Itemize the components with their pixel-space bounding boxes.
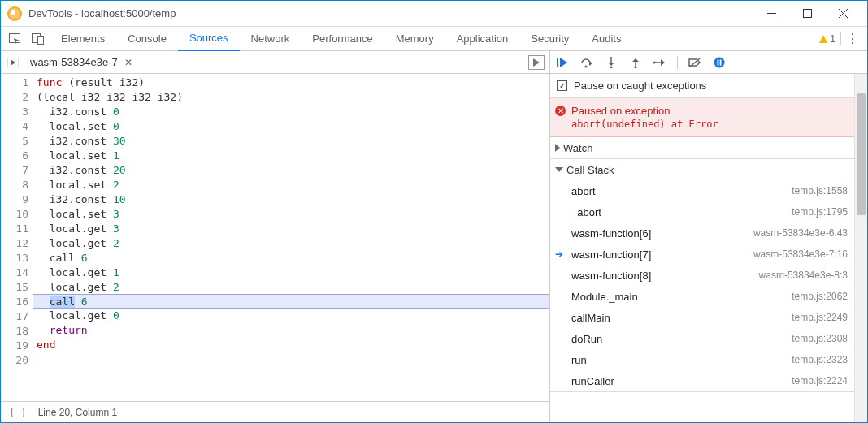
callstack-item[interactable]: doRuntemp.js:2308 <box>550 328 854 349</box>
callstack-item[interactable]: aborttemp.js:1558 <box>550 180 854 201</box>
svg-marker-21 <box>661 59 665 66</box>
stack-fn: _abort <box>571 206 792 218</box>
code-line[interactable]: call 6 <box>33 294 549 309</box>
svg-rect-4 <box>10 33 20 42</box>
tab-sources[interactable]: Sources <box>178 27 240 51</box>
tab-network[interactable]: Network <box>240 27 302 51</box>
svg-marker-12 <box>589 61 592 66</box>
tab-application[interactable]: Application <box>445 27 520 51</box>
code-editor[interactable]: 1234567891011121314151617181920 func (re… <box>1 74 549 401</box>
callstack-item[interactable]: wasm-function[6]wasm-53834e3e-6:43 <box>550 222 854 244</box>
debugger-toolbar <box>550 51 867 74</box>
code-line[interactable]: local.get 2 <box>33 280 549 295</box>
pause-exceptions-row: ✓ Pause on caught exceptions <box>550 74 854 98</box>
stack-location: temp.js:2308 <box>792 333 848 344</box>
panel-tabs: ElementsConsoleSourcesNetworkPerformance… <box>1 27 867 51</box>
tab-performance[interactable]: Performance <box>301 27 384 51</box>
more-tabs-icon[interactable] <box>528 55 545 70</box>
code-line[interactable]: i32.const 10 <box>33 192 549 207</box>
code-line[interactable]: return <box>33 323 549 338</box>
code-line[interactable]: (local i32 i32 i32 i32) <box>33 90 549 105</box>
window-title: DevTools - localhost:5000/temp <box>28 7 753 19</box>
code-line[interactable]: i32.const 0 <box>33 105 549 119</box>
callstack-item[interactable]: runCallertemp.js:2224 <box>550 370 854 391</box>
main-layout: wasm-53834e3e-7 ✕ 1234567891011121314151… <box>1 51 867 422</box>
watch-header[interactable]: Watch <box>550 137 854 158</box>
scrollbar[interactable] <box>854 74 867 422</box>
code-line[interactable]: local.set 3 <box>33 207 549 222</box>
code-line[interactable]: call 6 <box>33 251 549 265</box>
stack-fn: runCaller <box>571 375 792 387</box>
resume-button[interactable] <box>555 55 570 70</box>
inspect-icon[interactable] <box>9 33 22 45</box>
stack-fn: doRun <box>571 333 792 345</box>
show-navigator-icon[interactable] <box>4 54 22 71</box>
callstack-header[interactable]: Call Stack <box>550 159 854 180</box>
code-line[interactable]: local.set 1 <box>33 149 549 163</box>
callstack-item[interactable]: Module._maintemp.js:2062 <box>550 286 854 307</box>
tab-audits[interactable]: Audits <box>580 27 632 51</box>
step-out-button[interactable] <box>628 55 643 70</box>
svg-rect-27 <box>720 59 722 65</box>
line-gutter: 1234567891011121314151617181920 <box>1 74 33 401</box>
svg-point-13 <box>585 65 588 67</box>
watch-section: Watch <box>550 137 854 159</box>
callstack-label: Call Stack <box>566 164 614 176</box>
pause-on-exceptions-button[interactable] <box>712 55 727 70</box>
scrollbar-thumb[interactable] <box>857 93 866 215</box>
svg-point-19 <box>635 66 637 68</box>
pause-caught-checkbox[interactable]: ✓ <box>557 80 567 91</box>
file-tab-bar: wasm-53834e3e-7 ✕ <box>1 51 549 74</box>
deactivate-breakpoints-button[interactable] <box>688 55 702 70</box>
pretty-print-icon[interactable]: { } <box>9 407 27 418</box>
svg-rect-6 <box>38 36 44 44</box>
svg-point-25 <box>714 57 725 67</box>
code-line[interactable]: end <box>33 338 549 352</box>
tab-elements[interactable]: Elements <box>50 27 116 51</box>
close-button[interactable] <box>825 2 861 25</box>
svg-marker-9 <box>533 58 540 67</box>
callstack-item[interactable]: ➔wasm-function[7]wasm-53834e3e-7:16 <box>550 244 854 265</box>
title-bar: DevTools - localhost:5000/temp <box>1 1 867 27</box>
close-tab-icon[interactable]: ✕ <box>124 57 132 68</box>
cursor-position: Line 20, Column 1 <box>38 407 117 418</box>
code-line[interactable]: local.get 1 <box>33 265 549 280</box>
stack-fn: wasm-function[8] <box>571 270 759 282</box>
tab-security[interactable]: Security <box>519 27 580 51</box>
stack-location: wasm-53834e3e-8:3 <box>759 270 848 281</box>
callstack-item[interactable]: callMaintemp.js:2249 <box>550 307 854 328</box>
code-line[interactable]: i32.const 30 <box>33 134 549 149</box>
code-line[interactable]: i32.const 20 <box>33 163 549 178</box>
file-tab[interactable]: wasm-53834e3e-7 ✕ <box>22 51 137 74</box>
callstack-item[interactable]: wasm-function[8]wasm-53834e3e-8:3 <box>550 265 854 286</box>
step-over-button[interactable] <box>579 55 594 70</box>
maximize-button[interactable] <box>789 2 825 25</box>
more-menu-icon[interactable]: ⋮ <box>846 33 859 45</box>
code-line[interactable]: local.get 3 <box>33 222 549 236</box>
code-line[interactable]: local.set 0 <box>33 119 549 134</box>
svg-rect-10 <box>557 58 558 67</box>
warnings-badge[interactable]: 1 <box>819 33 835 45</box>
device-toolbar-icon[interactable] <box>32 33 45 45</box>
minimize-button[interactable] <box>753 2 789 25</box>
pause-caught-label: Pause on caught exceptions <box>574 80 706 92</box>
devtools-icon <box>7 6 22 21</box>
code-line[interactable]: local.get 2 <box>33 236 549 251</box>
step-button[interactable] <box>653 55 667 70</box>
stack-fn: callMain <box>571 312 792 324</box>
callstack-section: Call Stack aborttemp.js:1558_aborttemp.j… <box>550 159 854 392</box>
svg-rect-26 <box>718 59 719 65</box>
source-panel: wasm-53834e3e-7 ✕ 1234567891011121314151… <box>1 51 550 422</box>
tab-memory[interactable]: Memory <box>384 27 445 51</box>
callstack-list: aborttemp.js:1558_aborttemp.js:1795wasm-… <box>550 180 854 391</box>
step-into-button[interactable] <box>604 55 618 70</box>
code-area[interactable]: func (result i32)(local i32 i32 i32 i32)… <box>33 74 549 401</box>
tab-console[interactable]: Console <box>116 27 178 51</box>
code-line[interactable]: local.set 2 <box>33 178 549 192</box>
code-line[interactable]: local.get 0 <box>33 309 549 323</box>
code-line[interactable] <box>33 352 549 367</box>
callstack-item[interactable]: _aborttemp.js:1795 <box>550 201 854 222</box>
callstack-item[interactable]: runtemp.js:2323 <box>550 349 854 370</box>
paused-subtitle: abort(undefined) at Error <box>571 119 844 130</box>
code-line[interactable]: func (result i32) <box>33 76 549 90</box>
